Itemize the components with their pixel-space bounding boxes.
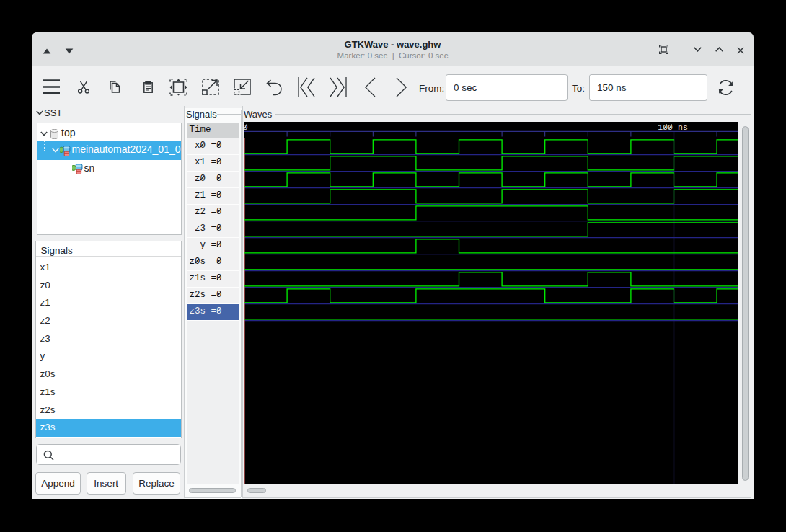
svg-text:0: 0 xyxy=(244,123,248,132)
svg-text:ns: ns xyxy=(678,123,688,132)
